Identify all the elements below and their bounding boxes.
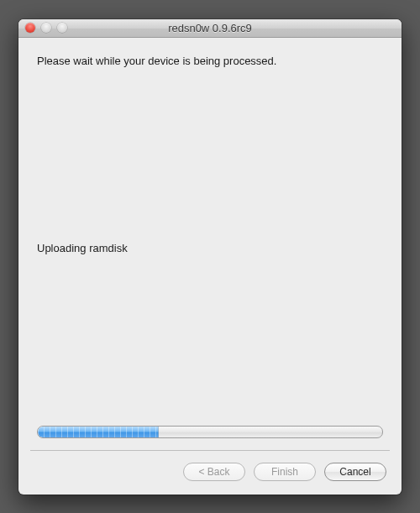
titlebar[interactable]: redsn0w 0.9.6rc9	[18, 19, 402, 38]
content-area: Please wait while your device is being p…	[18, 38, 402, 450]
button-row: < Back Finish Cancel	[18, 451, 402, 495]
maximize-icon	[57, 23, 67, 33]
status-text: Uploading ramdisk	[37, 242, 383, 254]
progress-bar	[37, 426, 383, 438]
progress-area	[37, 426, 383, 438]
traffic-lights	[25, 23, 67, 33]
minimize-icon	[41, 23, 51, 33]
cancel-button[interactable]: Cancel	[324, 463, 386, 481]
progress-fill	[38, 427, 159, 437]
close-icon[interactable]	[25, 23, 35, 33]
back-button: < Back	[183, 463, 245, 481]
window-title: redsn0w 0.9.6rc9	[18, 22, 402, 34]
finish-button: Finish	[254, 463, 316, 481]
app-window: redsn0w 0.9.6rc9 Please wait while your …	[18, 19, 402, 495]
instruction-text: Please wait while your device is being p…	[37, 55, 383, 67]
